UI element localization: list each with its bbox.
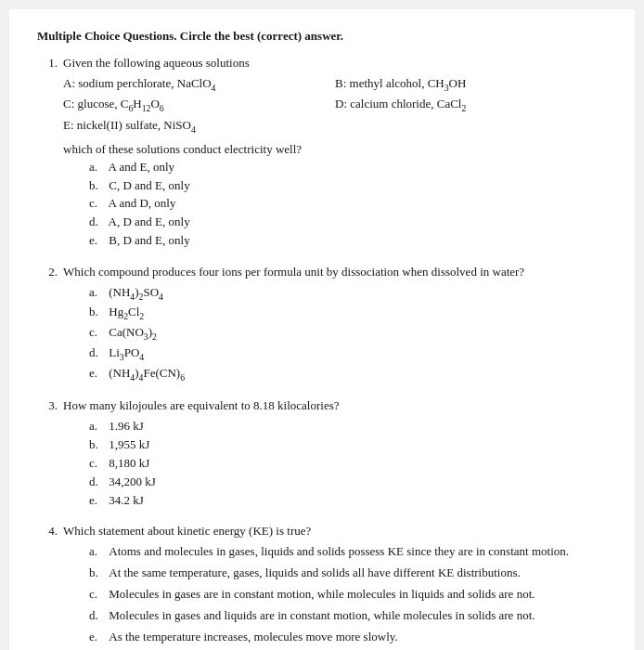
page-title: Multiple Choice Questions. Circle the be… — [37, 28, 607, 46]
exam-page: Multiple Choice Questions. Circle the be… — [9, 9, 635, 650]
question-1: 1. Given the following aqueous solutions… — [37, 55, 607, 251]
q1-text: Given the following aqueous solutions A:… — [63, 55, 607, 251]
q2-number: 2. — [37, 264, 63, 281]
q2-text: Which compound produces four ions per fo… — [63, 264, 607, 384]
q3-text: How many kilojoules are equivalent to 8.… — [63, 397, 607, 510]
q1-number: 1. — [37, 55, 63, 72]
q3-number: 3. — [37, 397, 63, 415]
question-2: 2. Which compound produces four ions per… — [37, 264, 607, 384]
question-3: 3. How many kilojoules are equivalent to… — [37, 397, 607, 510]
question-4: 4. Which statement about kinetic energy … — [37, 523, 607, 646]
q4-text: Which statement about kinetic energy (KE… — [63, 523, 607, 646]
q4-number: 4. — [37, 523, 63, 540]
